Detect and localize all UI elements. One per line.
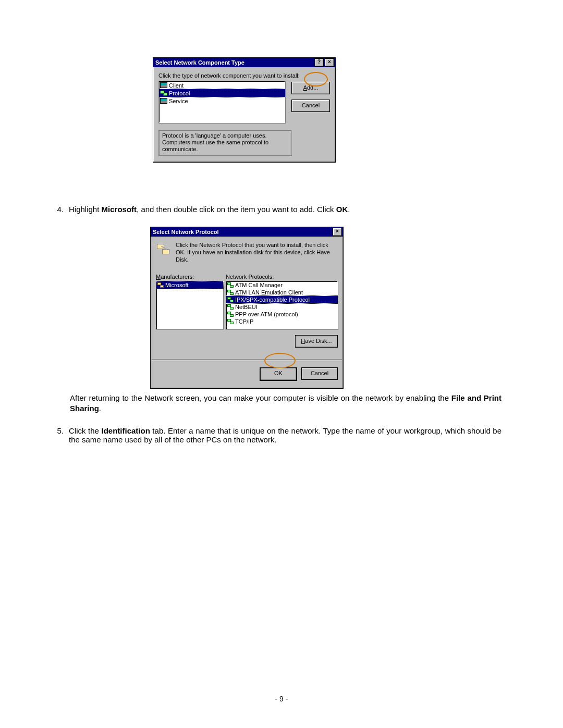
manufacturers-list[interactable]: Microsoft xyxy=(156,281,224,330)
step-5: 5. Click the Identification tab. Enter a… xyxy=(52,426,501,451)
manufacturers-label: Manufacturers: xyxy=(156,274,224,280)
paragraph: After returning to the Network screen, y… xyxy=(70,393,501,413)
protocol-icon xyxy=(227,297,234,302)
list-item[interactable]: ATM LAN Emulation Client xyxy=(226,289,338,296)
add-button[interactable]: Add... xyxy=(291,82,330,94)
protocol-icon xyxy=(156,242,170,256)
list-item[interactable]: ATM Call Manager xyxy=(226,281,338,289)
step-4: 4. Highlight Microsoft, and then double … xyxy=(52,205,511,221)
dialog2-title: Select Network Protocol xyxy=(153,229,219,235)
list-item-label: Protocol xyxy=(169,90,190,96)
dialog2-instruction: Click the Network Protocol that you want… xyxy=(176,242,338,263)
list-item-label: ATM LAN Emulation Client xyxy=(235,289,303,295)
dialog2-titlebar: Select Network Protocol × xyxy=(151,227,343,237)
protocols-list[interactable]: ATM Call Manager ATM LAN Emulation Clien… xyxy=(226,281,338,330)
client-icon xyxy=(160,82,167,88)
step-text: Highlight Microsoft, and then double cli… xyxy=(69,205,511,214)
divider xyxy=(152,359,342,361)
list-item[interactable]: PPP over ATM (protocol) xyxy=(226,311,338,318)
close-icon[interactable]: × xyxy=(325,58,334,67)
manufacturer-icon xyxy=(157,282,164,288)
list-item-label: Service xyxy=(169,98,188,104)
list-item[interactable]: TCP/IP xyxy=(226,318,338,325)
step-text: Click the Identification tab. Enter a na… xyxy=(69,426,501,444)
help-icon[interactable]: ? xyxy=(314,58,324,67)
list-item[interactable]: NetBEUI xyxy=(226,303,338,311)
page-number: - 9 - xyxy=(0,695,563,703)
step-number: 5. xyxy=(52,426,64,444)
service-icon xyxy=(160,98,167,104)
list-item-ipxspx[interactable]: IPX/SPX-compatible Protocol xyxy=(226,295,338,304)
list-item-label: NetBEUI xyxy=(235,304,258,310)
have-disk-button[interactable]: Have Disk... xyxy=(295,335,338,348)
dialog1-titlebar: Select Network Component Type ? × xyxy=(153,58,335,67)
component-description: Protocol is a 'language' a computer uses… xyxy=(158,130,292,156)
list-item-label: Microsoft xyxy=(165,282,189,288)
protocol-icon xyxy=(227,304,234,310)
list-item-label: Client xyxy=(169,82,183,89)
list-item-microsoft[interactable]: Microsoft xyxy=(156,281,224,289)
list-item-label: IPX/SPX-compatible Protocol xyxy=(235,297,310,303)
protocol-icon xyxy=(227,282,234,288)
protocol-icon xyxy=(227,312,234,317)
list-item-label: ATM Call Manager xyxy=(235,282,283,288)
protocols-label: Network Protocols: xyxy=(226,274,338,280)
list-item-protocol[interactable]: Protocol xyxy=(158,89,286,97)
protocol-icon xyxy=(227,319,234,324)
select-network-protocol-dialog: Select Network Protocol × Click the Netw… xyxy=(150,227,344,389)
list-item-label: PPP over ATM (protocol) xyxy=(235,311,298,317)
list-item-service[interactable]: Service xyxy=(159,97,285,105)
protocol-icon xyxy=(227,290,234,295)
component-type-list[interactable]: Client Protocol Service xyxy=(158,81,286,124)
ok-button[interactable]: OK xyxy=(260,367,297,381)
dialog1-instruction: Click the type of network component you … xyxy=(158,72,330,79)
list-item-label: TCP/IP xyxy=(235,318,253,325)
step-number: 4. xyxy=(52,205,64,214)
dialog1-title: Select Network Component Type xyxy=(155,59,244,66)
list-item-client[interactable]: Client xyxy=(159,81,285,89)
close-icon[interactable]: × xyxy=(333,228,342,236)
select-component-type-dialog: Select Network Component Type ? × Click … xyxy=(153,57,336,163)
cancel-button[interactable]: Cancel xyxy=(301,367,338,380)
protocol-icon xyxy=(160,91,167,96)
cancel-button[interactable]: Cancel xyxy=(291,100,330,112)
